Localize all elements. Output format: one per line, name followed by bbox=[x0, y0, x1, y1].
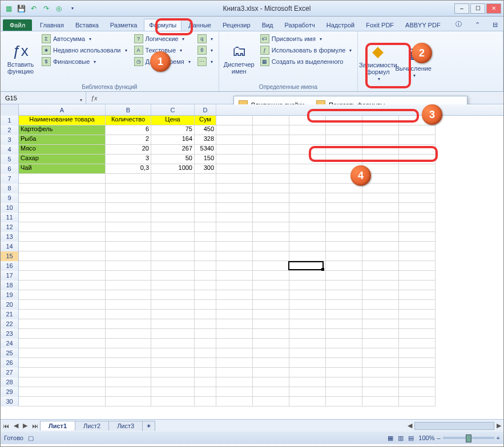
cell[interactable] bbox=[151, 242, 195, 251]
row-header[interactable]: 15 bbox=[1, 251, 19, 261]
cell[interactable] bbox=[195, 251, 216, 261]
cell[interactable] bbox=[289, 358, 326, 368]
insert-function-button[interactable]: ƒx Вставить функцию bbox=[4, 34, 37, 83]
cell[interactable] bbox=[362, 387, 399, 397]
save-icon[interactable]: 💾 bbox=[17, 4, 26, 13]
cell[interactable] bbox=[362, 281, 399, 290]
cell[interactable] bbox=[326, 300, 362, 310]
cell[interactable] bbox=[326, 174, 362, 184]
cell[interactable] bbox=[151, 281, 195, 290]
cell[interactable] bbox=[362, 135, 399, 145]
cell[interactable] bbox=[399, 193, 436, 203]
cell[interactable] bbox=[362, 319, 399, 329]
financial-button[interactable]: $Финансовые bbox=[39, 56, 130, 67]
cell[interactable] bbox=[399, 339, 436, 348]
cell[interactable] bbox=[195, 368, 216, 377]
tab-foxit[interactable]: Foxit PDF bbox=[361, 19, 398, 31]
cell[interactable] bbox=[399, 184, 436, 193]
maximize-button[interactable]: ☐ bbox=[470, 3, 485, 14]
cell[interactable] bbox=[19, 290, 106, 300]
cell[interactable] bbox=[289, 251, 326, 261]
cell[interactable] bbox=[399, 174, 436, 184]
cell[interactable] bbox=[289, 377, 326, 387]
cell[interactable] bbox=[399, 271, 436, 281]
cell[interactable] bbox=[362, 348, 399, 358]
tab-formulas[interactable]: Формулы bbox=[144, 19, 182, 31]
cell[interactable] bbox=[151, 368, 195, 377]
cell[interactable] bbox=[362, 261, 399, 271]
row-header[interactable]: 9 bbox=[1, 193, 19, 203]
col-B[interactable]: B bbox=[106, 104, 151, 115]
cell[interactable] bbox=[195, 300, 216, 310]
cell[interactable]: Рыба bbox=[19, 135, 106, 145]
row-header[interactable]: 12 bbox=[1, 222, 19, 232]
cell[interactable] bbox=[326, 368, 362, 377]
cell[interactable] bbox=[399, 261, 436, 271]
cell[interactable]: 3 bbox=[106, 155, 151, 164]
cell[interactable] bbox=[19, 222, 106, 232]
tab-layout[interactable]: Разметка bbox=[106, 19, 142, 31]
cell[interactable] bbox=[106, 348, 151, 358]
cell[interactable]: Сахар bbox=[19, 155, 106, 164]
cell[interactable] bbox=[362, 271, 399, 281]
cell[interactable]: 75 bbox=[151, 125, 195, 135]
last-sheet-button[interactable]: ⏭ bbox=[30, 422, 41, 429]
cell[interactable] bbox=[151, 358, 195, 368]
cell[interactable]: 300 bbox=[195, 164, 216, 174]
cell[interactable] bbox=[216, 174, 253, 184]
view-break-icon[interactable]: ▤ bbox=[408, 434, 414, 442]
cell[interactable] bbox=[216, 310, 253, 319]
cell[interactable] bbox=[362, 397, 399, 407]
cell[interactable] bbox=[362, 155, 399, 164]
new-sheet-button[interactable]: ✶ bbox=[142, 421, 155, 431]
cell[interactable] bbox=[19, 319, 106, 329]
cell[interactable] bbox=[195, 242, 216, 251]
cell[interactable] bbox=[151, 174, 195, 184]
zoom-level[interactable]: 100% bbox=[418, 434, 434, 441]
cell[interactable] bbox=[289, 397, 326, 407]
cell[interactable] bbox=[362, 377, 399, 387]
cell[interactable] bbox=[362, 300, 399, 310]
prev-sheet-button[interactable]: ◀ bbox=[11, 422, 21, 429]
row-header[interactable]: 3 bbox=[1, 135, 19, 145]
cell[interactable] bbox=[326, 155, 362, 164]
cell[interactable] bbox=[151, 271, 195, 281]
view-layout-icon[interactable]: ▥ bbox=[398, 434, 404, 442]
cell[interactable] bbox=[253, 281, 289, 290]
cell[interactable] bbox=[399, 145, 436, 155]
minimize-button[interactable]: – bbox=[454, 3, 469, 14]
cell[interactable] bbox=[399, 164, 436, 174]
cell[interactable] bbox=[216, 145, 253, 155]
cell[interactable] bbox=[253, 329, 289, 339]
cell[interactable]: 6 bbox=[106, 125, 151, 135]
row-header[interactable]: 1 bbox=[1, 116, 19, 125]
cell[interactable]: 2 bbox=[106, 135, 151, 145]
use-in-formula-button[interactable]: ƒИспользовать в формуле bbox=[258, 45, 354, 55]
cell[interactable] bbox=[253, 203, 289, 213]
cell[interactable] bbox=[289, 184, 326, 193]
cell[interactable] bbox=[399, 290, 436, 300]
cell[interactable] bbox=[195, 174, 216, 184]
cell[interactable] bbox=[362, 145, 399, 155]
tab-abbyy[interactable]: ABBYY PDF bbox=[401, 19, 445, 31]
cell[interactable] bbox=[253, 135, 289, 145]
cell[interactable]: Картофель bbox=[19, 125, 106, 135]
cell[interactable] bbox=[19, 184, 106, 193]
cell[interactable] bbox=[216, 271, 253, 281]
cell[interactable] bbox=[106, 319, 151, 329]
cell[interactable] bbox=[326, 271, 362, 281]
cell[interactable] bbox=[289, 242, 326, 251]
cell[interactable] bbox=[399, 242, 436, 251]
cell[interactable] bbox=[151, 213, 195, 222]
cell[interactable] bbox=[253, 310, 289, 319]
cell[interactable] bbox=[399, 281, 436, 290]
cell[interactable] bbox=[253, 193, 289, 203]
cell[interactable] bbox=[253, 348, 289, 358]
cell[interactable] bbox=[289, 319, 326, 329]
row-header[interactable]: 17 bbox=[1, 271, 19, 281]
cell[interactable] bbox=[216, 348, 253, 358]
cell[interactable] bbox=[151, 319, 195, 329]
row-header[interactable]: 26 bbox=[1, 358, 19, 368]
assign-name-button[interactable]: 🏷Присвоить имя bbox=[258, 34, 354, 44]
cell[interactable] bbox=[19, 193, 106, 203]
